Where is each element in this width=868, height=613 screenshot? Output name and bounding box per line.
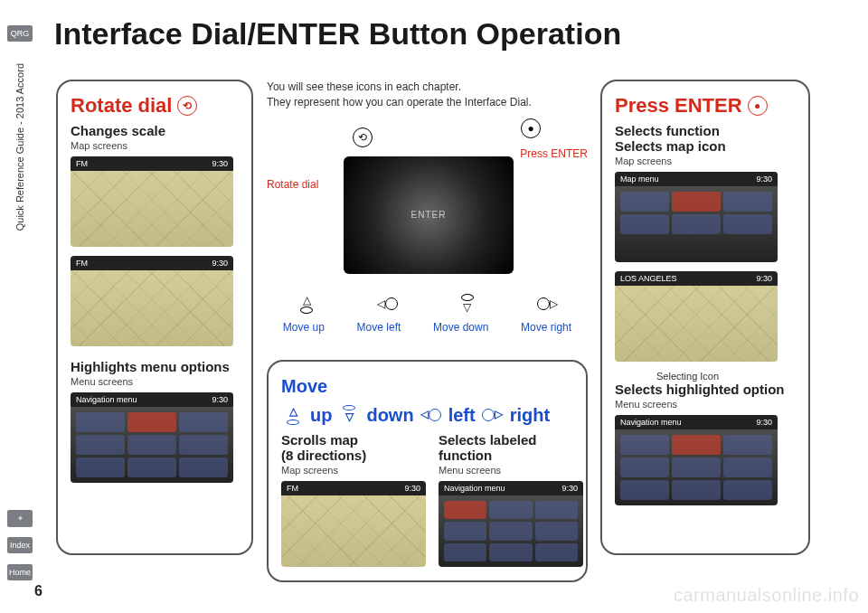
page-number: 6 [34, 583, 42, 599]
press-enter-panel: Press ENTER Selects function Selects map… [600, 80, 810, 555]
dial-enter-text: ENTER [411, 210, 447, 220]
rotate-dial-heading: Rotate dial [71, 94, 239, 118]
label-navmenu: Navigation menu [444, 484, 505, 493]
intro-line1: You will see these icons in each chapter… [267, 80, 588, 95]
move-heading: Move [281, 374, 573, 398]
rotate-cap1: Map screens [71, 140, 239, 151]
move-col1-sub: Scrolls map [281, 432, 426, 448]
select-func-screenshot: Navigation menu9:30 [439, 481, 583, 567]
status-time: 9:30 [212, 159, 228, 168]
menu-screenshot-1: Navigation menu9:30 [71, 392, 233, 483]
dial-photo: ENTER [344, 156, 514, 274]
map-menu-screenshot: Map menu9:30 [615, 172, 778, 262]
label-move-right: Move right [521, 321, 571, 334]
label-navmenu: Navigation menu [620, 418, 682, 427]
move-down-icon: ▽ [456, 294, 479, 314]
rotate-dial-title: Rotate dial [71, 94, 172, 118]
status-time: 9:30 [212, 395, 228, 404]
move-title: Move [281, 374, 327, 398]
status-time: 9:30 [404, 484, 420, 493]
selecting-icon-label: Selecting Icon [656, 371, 719, 382]
down-icon: ▽ [337, 405, 361, 425]
enter-sub1b: Selects map icon [615, 138, 796, 154]
enter-cap2: Menu screens [615, 399, 796, 410]
map-screenshot-1: FM9:30 [71, 156, 233, 247]
intro-text: You will see these icons in each chapter… [267, 80, 588, 111]
move-panel: Move △ up ▽ down ◁ left ▷ right Scrolls … [267, 360, 588, 582]
la-map-screenshot: LOS ANGELES9:30 [615, 271, 778, 362]
rotate-sub2: Highlights menu options [71, 359, 239, 374]
label-la: LOS ANGELES [620, 274, 677, 283]
label-navmenu: Navigation menu [76, 395, 137, 404]
rotate-icon [353, 127, 373, 147]
label-rotate-dial: Rotate dial [267, 178, 318, 191]
tab-qrg[interactable]: QRG [7, 25, 33, 42]
tab-home[interactable]: Home [7, 564, 33, 580]
rotate-cap2: Menu screens [71, 376, 239, 387]
intro-line2: They represent how you can operate the I… [267, 95, 588, 110]
status-time: 9:30 [756, 274, 772, 283]
move-up-word: up [310, 403, 332, 427]
move-col1-cap: Map screens [281, 465, 426, 476]
enter-icon [521, 118, 541, 138]
status-time: 9:30 [212, 259, 228, 268]
status-time: 9:30 [756, 174, 772, 184]
press-enter-title: Press ENTER [615, 94, 742, 118]
status-time: 9:30 [561, 484, 578, 493]
side-guide-label: Quick Reference Guide - 2013 Accord [14, 63, 25, 231]
move-left-icon: ◁ [375, 294, 399, 314]
move-left-word: left [448, 403, 476, 427]
move-col1-sub2: (8 directions) [281, 448, 426, 463]
scroll-map-screenshot: FM9:30 [281, 481, 426, 567]
enter-cap1: Map screens [615, 156, 796, 166]
menu-screenshot-2: Navigation menu9:30 [615, 415, 778, 505]
move-col2-cap: Menu screens [439, 465, 583, 476]
right-icon: ▷ [481, 405, 505, 425]
enter-icon [748, 96, 768, 116]
page-title: Interface Dial/ENTER Button Operation [54, 16, 621, 52]
move-down-word: down [366, 403, 413, 427]
rotate-dial-panel: Rotate dial Changes scale Map screens FM… [56, 80, 253, 555]
tab-nav-icon[interactable]: ⌖ [7, 510, 33, 527]
move-col2-sub2: function [439, 448, 583, 463]
label-press-enter: Press ENTER [520, 147, 588, 160]
move-col2-sub: Selects labeled [439, 432, 583, 448]
label-move-up: Move up [283, 321, 325, 334]
tab-index[interactable]: Index [7, 537, 33, 553]
label-move-left: Move left [357, 321, 401, 334]
watermark: carmanualsonline.info [674, 585, 859, 606]
label-mapmenu: Map menu [620, 174, 659, 184]
left-icon: ◁ [420, 405, 443, 425]
move-up-icon: △ [295, 294, 318, 314]
status-fm: FM [287, 484, 298, 493]
up-icon: △ [281, 405, 305, 425]
status-fm: FM [76, 159, 88, 168]
enter-sub1: Selects function [615, 123, 796, 138]
press-enter-heading: Press ENTER [615, 94, 796, 118]
rotate-icon [177, 96, 197, 116]
label-move-down: Move down [433, 321, 488, 334]
move-right-word: right [510, 403, 550, 427]
rotate-sub1: Changes scale [71, 123, 239, 138]
enter-sub2: Selects highlighted option [615, 382, 796, 397]
dial-figure: Rotate dial Press ENTER ENTER △ ◁ ▽ ▷ Mo… [267, 120, 588, 337]
status-time: 9:30 [756, 418, 772, 427]
status-fm: FM [76, 259, 88, 268]
map-screenshot-2: FM9:30 [71, 256, 233, 346]
move-right-icon: ▷ [536, 294, 560, 314]
